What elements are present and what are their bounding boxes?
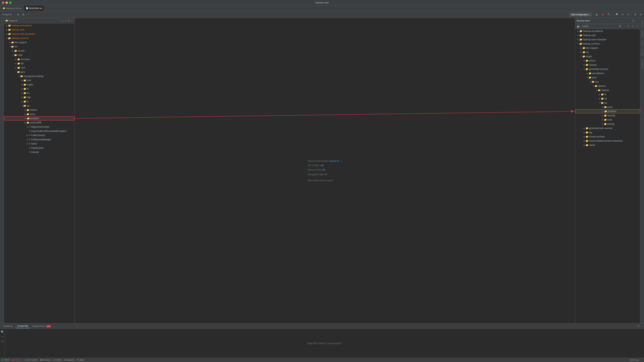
remote-node-tracing[interactable]: ▶ 📁 tracing: [575, 122, 640, 126]
tree-node-fs[interactable]: ▶ 📁 fs: [4, 87, 74, 91]
remote-node-java[interactable]: ▼ 📂 java: [575, 75, 640, 80]
tree-node-org-conf[interactable]: ▶ 📁 conf: [4, 78, 74, 83]
sidebar-tab-favorites[interactable]: Favorites: [641, 48, 643, 58]
bottom-filter-btn[interactable]: ≡: [2, 335, 3, 338]
status-build[interactable]: 🔨 Build: [77, 359, 84, 361]
status-git[interactable]: ✓: [641, 359, 642, 361]
host-dropdown[interactable]: master: [580, 24, 622, 28]
settings-btn-2[interactable]: ⚙: [633, 12, 638, 17]
bottom-close-btn[interactable]: −: [640, 324, 642, 328]
tree-node-crypto[interactable]: ▶ 📁 crypto: [4, 83, 74, 87]
tree-node-ipc[interactable]: ▼ 📂 ipc: [4, 104, 74, 108]
collapse-all-button[interactable]: ⊟: [16, 12, 20, 17]
refresh-button[interactable]: ⟲: [626, 12, 630, 17]
close-remote-btn[interactable]: ✕: [638, 12, 643, 17]
remote-node-hadoop-auth-examples[interactable]: ▶ 📁 hadoop-auth-examples: [575, 38, 640, 42]
debug-button[interactable]: 🐞: [600, 12, 606, 17]
tree-node-client[interactable]: ▶ © Client: [4, 142, 74, 146]
remote-node-hadoop-annotations[interactable]: ▶ 📁 hadoop-annotations: [575, 29, 640, 33]
status-event-log[interactable]: Event Log: [630, 359, 639, 361]
favorites-icon[interactable]: ★: [0, 23, 4, 26]
project-sort-btn[interactable]: ≡: [64, 19, 66, 23]
tree-node-hadoop-annotations[interactable]: ▶ 📁 hadoop-annotations: [4, 24, 74, 28]
remote-node-generated-test-sources[interactable]: ▶ 📁 generated-test-sources: [575, 126, 640, 130]
settings-button[interactable]: ⚙: [21, 12, 26, 17]
sidebar-tab-structure[interactable]: Structure: [641, 19, 643, 29]
tree-node-io[interactable]: ▶ 📁 io: [4, 99, 74, 104]
sync-button[interactable]: ↻: [620, 12, 625, 17]
remote-node-classes[interactable]: ▶ 📁 classes: [575, 63, 640, 67]
remote-node-annotations[interactable]: ▶ 📁 annotations: [575, 71, 640, 75]
bottom-search-btn[interactable]: 🔍: [1, 330, 4, 333]
tree-node-client-cache[interactable]: © ClientCache: [4, 146, 74, 150]
tree-node-metrics[interactable]: ▶ 📁 metrics: [4, 108, 74, 112]
project-file-tree[interactable]: ▶ 📁 hadoop-annotations ▶ 📁 hadoop-auth ▶…: [4, 24, 74, 323]
tree-node-async-call-limit[interactable]: © AsyncCallLimitExceededException: [4, 129, 74, 133]
minimize-button[interactable]: [6, 2, 8, 4]
remote-node-security[interactable]: ▶ 📁 security: [575, 113, 640, 118]
structure-icon[interactable]: S: [0, 19, 4, 22]
remote-node-apache[interactable]: ▼ 📂 apache: [575, 84, 640, 88]
project-filter-btn[interactable]: ⚙: [67, 19, 70, 23]
tab-building-txt[interactable]: 📄 BUILDING.txt: [24, 6, 44, 11]
project-collapse-btn[interactable]: −: [71, 19, 73, 23]
tree-node-callqueue-manager[interactable]: ▶ © CallQueueManager: [4, 137, 74, 142]
tree-node-conf[interactable]: ▶ 📁 conf: [4, 66, 74, 70]
tree-node-alignment-context[interactable]: ▶ © AlignmentContext: [4, 125, 74, 129]
remote-close-btn[interactable]: −: [636, 19, 639, 23]
remote-node-antrun[interactable]: ▶ 📁 antrun: [575, 59, 640, 63]
tab-project-root[interactable]: 📁 hadoop-3.3.0-src: [1, 6, 24, 11]
bottom-expand-btn[interactable]: ⊡: [1, 339, 4, 343]
maximize-button[interactable]: [9, 2, 12, 4]
remote-node-native[interactable]: ▶ 📁 native: [575, 143, 640, 147]
remote-node-org[interactable]: ▼ 📂 org: [575, 80, 640, 84]
remote-file-tree[interactable]: ▶ 📁 hadoop-annotations ▶ 📁 hadoop-auth ▶…: [575, 29, 640, 323]
remote-node-ha[interactable]: ▶ 📁 ha: [575, 97, 640, 101]
tree-node-hadoop-auth-examples[interactable]: ▶ 📁 hadoop-auth-examples: [4, 32, 74, 36]
host-settings-btn[interactable]: ⇅: [627, 24, 630, 28]
remote-node-tools[interactable]: ▶ 📁 tools: [575, 118, 640, 122]
build-button[interactable]: 🔨: [606, 12, 612, 17]
status-endpoints[interactable]: ⊡ Endpoints: [64, 359, 74, 361]
status-terminal[interactable]: ⌨ Terminal: [40, 359, 50, 361]
sidebar-tab-database[interactable]: Database: [641, 29, 643, 40]
tree-node-client-id[interactable]: © ClientId: [4, 150, 74, 154]
remote-node-hadoop-common[interactable]: ▼ 📂 hadoop-common: [575, 42, 640, 46]
tree-node-hadoop-common[interactable]: ▼ 📂 hadoop-common: [4, 36, 74, 40]
remote-node-log[interactable]: ▶ 📁 log: [575, 130, 640, 134]
tree-node-protocolpb[interactable]: ▶ 📁 protocolPB: [4, 120, 74, 125]
tree-node-contrib[interactable]: ▶ 📁 contrib: [4, 49, 74, 53]
host-refresh-btn[interactable]: ↻: [631, 24, 634, 28]
search-button[interactable]: 🔍: [614, 12, 620, 17]
remote-node-maven-archiver[interactable]: ▶ 📁 maven-archiver: [575, 134, 640, 139]
remote-node-protobuf[interactable]: ▶ 📁 protobuf: [575, 109, 640, 113]
tree-node-proto[interactable]: ▶ 📁 proto: [4, 112, 74, 116]
remote-settings-btn[interactable]: ⚙: [631, 19, 635, 23]
remote-node-generated-sources[interactable]: ▼ 📂 generated-sources: [575, 67, 640, 71]
sidebar-tab-remote-host[interactable]: Remote Host: [641, 58, 643, 71]
remote-node-ipc[interactable]: ▼ 📂 ipc: [575, 101, 640, 105]
tree-node-http[interactable]: ▶ 📁 http: [4, 95, 74, 99]
close-panel-button[interactable]: −: [26, 12, 30, 17]
tree-node-java[interactable]: ▼ 📂 java: [4, 70, 74, 74]
close-button[interactable]: [2, 2, 4, 4]
tree-node-src[interactable]: ▼ 📂 src: [4, 45, 74, 49]
tab-project-errors[interactable]: Project Errors 117: [30, 324, 53, 328]
remote-node-src[interactable]: ▶ 📁 src: [575, 50, 640, 54]
add-configuration-button[interactable]: Add Configuration...: [570, 13, 592, 17]
sidebar-tab-maven[interactable]: Maven: [641, 39, 643, 48]
remote-node-hadoop-auth[interactable]: ▶ 📁 hadoop-auth: [575, 33, 640, 38]
remote-node-hadoop[interactable]: ▼ 📂 hadoop: [575, 88, 640, 92]
remote-node-fs[interactable]: ▶ 📁 fs: [575, 92, 640, 97]
remote-node-proto[interactable]: ▶ 📁 proto: [575, 105, 640, 109]
host-disconnect-btn[interactable]: ✕: [635, 24, 639, 28]
status-problems[interactable]: Problems: [12, 359, 22, 361]
remote-node-dev-support[interactable]: ▶ 📁 dev-support: [575, 46, 640, 50]
run-button[interactable]: ▶: [595, 12, 599, 17]
tree-node-ha[interactable]: ▶ 📁 ha: [4, 91, 74, 95]
remote-node-target[interactable]: ▼ 📂 target: [575, 54, 640, 59]
tree-node-protobuf-left[interactable]: ▶ 📁 protobuf: [4, 116, 74, 120]
tree-node-hadoop-auth[interactable]: ▶ 📁 hadoop-auth: [4, 28, 74, 32]
tree-node-org-apache-hadoop[interactable]: ▼ 📂 org.apache.hadoop: [4, 74, 74, 78]
host-more-btn[interactable]: ···: [622, 24, 626, 28]
